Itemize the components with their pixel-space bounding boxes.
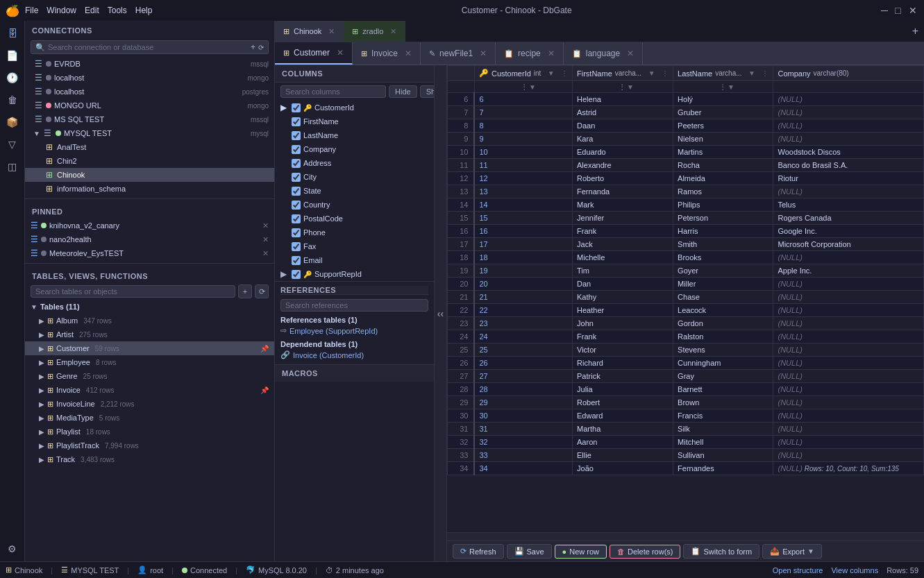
tab-invoice[interactable]: ⊞ Invoice ✕: [353, 42, 421, 65]
filter-company-input[interactable]: [776, 83, 859, 91]
view-columns-link[interactable]: View columns: [831, 566, 878, 575]
save-button[interactable]: 💾 Save: [507, 544, 552, 559]
open-structure-link[interactable]: Open structure: [773, 566, 823, 575]
file-nav-icon[interactable]: 📄: [3, 46, 22, 65]
conn-chin2[interactable]: ⊞ Chin2: [25, 154, 274, 168]
switch-form-button[interactable]: 📋 Switch to form: [683, 544, 759, 559]
refresh-tables-button[interactable]: ⟳: [255, 284, 269, 298]
cell-customerid[interactable]: 20: [474, 278, 572, 291]
col-company[interactable]: Company: [275, 142, 434, 156]
cell-customerid[interactable]: 16: [474, 225, 572, 238]
table-mediatype[interactable]: ▶ ⊞ MediaType 5 rows: [25, 411, 274, 425]
conn-analtest[interactable]: ⊞ AnalTest: [25, 140, 274, 154]
cell-customerid[interactable]: 32: [474, 436, 572, 449]
tab-customer[interactable]: ⊞ Customer ✕: [275, 42, 353, 65]
col-address[interactable]: Address: [275, 156, 434, 170]
table-genre[interactable]: ▶ ⊞ Genre 25 rows: [25, 369, 274, 383]
cell-customerid[interactable]: 22: [474, 304, 572, 317]
col-checkbox-phone[interactable]: [292, 228, 301, 237]
col-checkbox-email[interactable]: [292, 256, 301, 265]
col-fax[interactable]: Fax: [275, 239, 434, 253]
sort-icon[interactable]: ▼: [648, 69, 655, 77]
table-invoiceline[interactable]: ▶ ⊞ InvoiceLine 2,212 rows: [25, 397, 274, 411]
cell-customerid[interactable]: 21: [474, 291, 572, 304]
col-checkbox-country[interactable]: [292, 201, 301, 210]
unpin-icon[interactable]: ✕: [262, 221, 269, 230]
col-checkbox-fax[interactable]: [292, 242, 301, 251]
conn-evrdb[interactable]: ☰ EVRDB mssql: [25, 57, 274, 71]
cell-customerid[interactable]: 30: [474, 409, 572, 423]
cell-customerid[interactable]: 15: [474, 212, 572, 225]
tab-chinook[interactable]: ⊞ Chinook ✕: [275, 21, 344, 42]
refresh-button[interactable]: ⟳ Refresh: [453, 544, 504, 559]
col-postalcode[interactable]: PostalCode: [275, 212, 434, 226]
menu-window[interactable]: Window: [47, 6, 76, 15]
ref-invoice-link[interactable]: 🔗 Invoice (CustomerId): [280, 350, 428, 360]
tab-recipe[interactable]: 📋 recipe ✕: [496, 42, 564, 65]
close-invoice-tab[interactable]: ✕: [405, 49, 412, 58]
cell-customerid[interactable]: 18: [474, 251, 572, 264]
refresh-connection-icon[interactable]: ⟳: [258, 44, 264, 51]
conn-mysql-test[interactable]: ▼ ☰ MYSQL TEST mysql: [25, 126, 274, 140]
cell-customerid[interactable]: 19: [474, 264, 572, 278]
col-state[interactable]: State: [275, 184, 434, 198]
sort-icon[interactable]: ▼: [548, 69, 555, 77]
pin-nano2health[interactable]: ☰ nano2health ✕: [25, 232, 274, 246]
conn-localhost-postgres[interactable]: ☰ localhost postgres: [25, 85, 274, 99]
cell-customerid[interactable]: 23: [474, 317, 572, 330]
menu-tools[interactable]: Tools: [108, 6, 127, 15]
table-playlist[interactable]: ▶ ⊞ Playlist 18 rows: [25, 425, 274, 439]
col-lastname[interactable]: LastName: [275, 128, 434, 142]
unpin-icon[interactable]: ✕: [262, 235, 269, 244]
conn-mssql-test[interactable]: ☰ MS SQL TEST mssql: [25, 112, 274, 126]
show-columns-button[interactable]: Show: [420, 85, 435, 98]
cell-customerid[interactable]: 34: [474, 462, 572, 475]
col-checkbox-address[interactable]: [292, 159, 301, 168]
filter-options-icon[interactable]: ⋮: [719, 83, 726, 91]
close-tab-zradlo[interactable]: ✕: [390, 27, 396, 36]
data-table-wrapper[interactable]: 🔑 CustomerId int ▼ ⋮ FirstN: [447, 65, 924, 532]
tab-newfile1[interactable]: ✎ newFile1 ✕: [421, 42, 496, 65]
filter-options-icon[interactable]: ⋮: [619, 83, 625, 91]
col-firstname[interactable]: FirstName: [275, 114, 434, 128]
export-button[interactable]: 📤 Export ▼: [762, 544, 822, 559]
filter-funnel-icon[interactable]: ▼: [529, 83, 536, 91]
pin-knihovna[interactable]: ☰ knihovna_v2_canary ✕: [25, 219, 274, 232]
conn-information-schema[interactable]: ⊞ information_schema: [25, 182, 274, 196]
filter-funnel-icon[interactable]: ▼: [728, 83, 734, 91]
add-connection-icon[interactable]: +: [251, 42, 255, 52]
settings-nav-icon[interactable]: ⚙: [3, 539, 22, 559]
tables-group-header[interactable]: ▼ Tables (11): [25, 300, 274, 314]
cell-customerid[interactable]: 7: [474, 106, 572, 119]
table-invoice[interactable]: ▶ ⊞ Invoice 412 rows 📌: [25, 383, 274, 397]
col-phone[interactable]: Phone: [275, 226, 434, 239]
cell-customerid[interactable]: 8: [474, 119, 572, 133]
cell-customerid[interactable]: 33: [474, 449, 572, 462]
filter-nav-icon[interactable]: ▽: [3, 135, 22, 154]
filter-funnel-icon[interactable]: ▼: [627, 83, 634, 91]
cell-customerid[interactable]: 6: [474, 93, 572, 106]
menu-file[interactable]: File: [25, 6, 38, 15]
col-supportrepid[interactable]: ▶ 🔑 SupportRepId: [275, 267, 434, 281]
add-tab-button[interactable]: +: [907, 22, 924, 40]
delete-row-button[interactable]: 🗑 Delete row(s): [610, 545, 680, 559]
filter-menu-icon[interactable]: ⋮: [762, 69, 768, 77]
col-checkbox-customerid[interactable]: [292, 103, 301, 112]
table-employee[interactable]: ▶ ⊞ Employee 8 rows: [25, 355, 274, 369]
layers-nav-icon[interactable]: ◫: [3, 157, 22, 176]
col-checkbox-firstname[interactable]: [292, 117, 301, 126]
pin-meteorolev[interactable]: ☰ Meteorolev_EysTEST ✕: [25, 246, 274, 260]
col-checkbox-postalcode[interactable]: [292, 214, 301, 223]
close-language-tab[interactable]: ✕: [627, 49, 634, 58]
connection-search-input[interactable]: [48, 43, 248, 51]
collapse-panel-button[interactable]: ‹‹: [435, 65, 447, 561]
history-nav-icon[interactable]: 🕐: [3, 68, 22, 87]
col-checkbox-city[interactable]: [292, 173, 301, 182]
menu-edit[interactable]: Edit: [85, 6, 99, 15]
references-search-input[interactable]: [280, 299, 428, 312]
tab-language[interactable]: 📋 language ✕: [564, 42, 643, 65]
col-checkbox-lastname[interactable]: [292, 131, 301, 140]
close-recipe-tab[interactable]: ✕: [548, 49, 555, 58]
table-artist[interactable]: ▶ ⊞ Artist 275 rows: [25, 328, 274, 341]
unpin-icon[interactable]: ✕: [262, 249, 269, 258]
